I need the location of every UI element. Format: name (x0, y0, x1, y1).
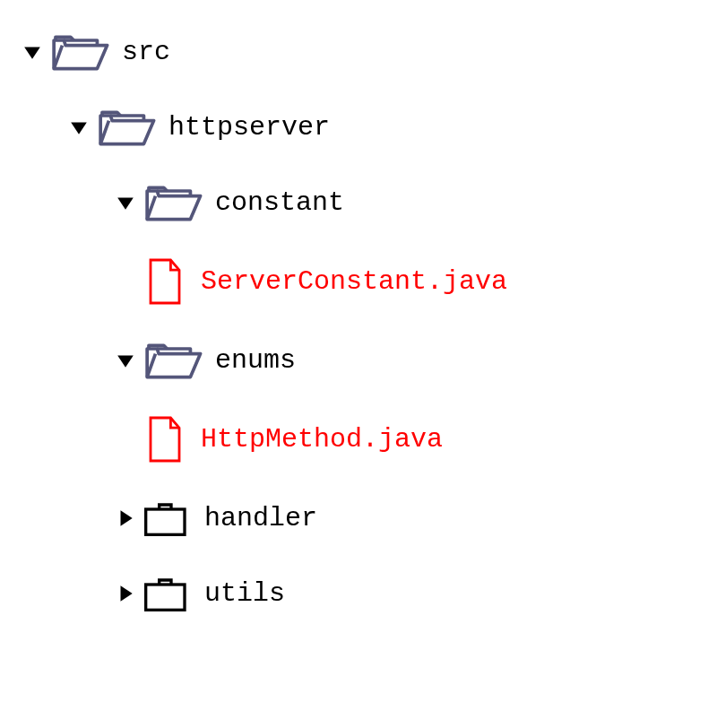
tree-item-label: HttpMethod.java (201, 423, 443, 455)
tree-row[interactable]: handler (18, 493, 699, 543)
svg-marker-0 (24, 48, 40, 59)
tree-item-label: handler (204, 502, 317, 534)
chevron-down-icon[interactable] (111, 346, 140, 375)
svg-marker-6 (117, 356, 134, 368)
tree-item-label: httpserver (168, 111, 330, 143)
svg-marker-8 (121, 510, 133, 526)
tree-row[interactable]: constant (18, 178, 699, 228)
svg-rect-9 (146, 509, 185, 534)
svg-marker-4 (117, 198, 134, 210)
chevron-right-icon[interactable] (111, 579, 140, 608)
folder-closed-icon (140, 568, 194, 619)
tree-row[interactable]: HttpMethod.java (18, 411, 699, 468)
chevron-down-icon[interactable] (111, 188, 140, 217)
file-icon (140, 253, 190, 310)
chevron-down-icon[interactable] (65, 113, 93, 142)
tree-item-label: constant (215, 186, 344, 219)
folder-open-icon (140, 335, 204, 386)
tree-item-label: enums (215, 344, 296, 377)
tree-row[interactable]: httpserver (18, 102, 699, 152)
folder-closed-icon (140, 493, 194, 543)
folder-open-icon (140, 178, 204, 228)
tree-item-label: ServerConstant.java (201, 265, 507, 298)
tree-item-label: utils (204, 577, 285, 610)
chevron-down-icon[interactable] (18, 38, 47, 66)
svg-rect-11 (146, 585, 185, 610)
tree-row[interactable]: enums (18, 335, 699, 386)
file-icon (140, 411, 190, 468)
chevron-none (111, 267, 140, 296)
svg-marker-10 (121, 585, 133, 602)
folder-open-icon (47, 27, 111, 77)
chevron-right-icon[interactable] (111, 504, 140, 533)
chevron-none (111, 425, 140, 454)
tree-row[interactable]: ServerConstant.java (18, 253, 699, 310)
tree-row[interactable]: utils (18, 568, 699, 619)
tree-item-label: src (122, 36, 170, 68)
svg-marker-2 (71, 123, 87, 134)
folder-open-icon (93, 102, 158, 152)
file-tree: src httpserver constant ServerConstant.j… (18, 27, 699, 619)
tree-row[interactable]: src (18, 27, 699, 77)
